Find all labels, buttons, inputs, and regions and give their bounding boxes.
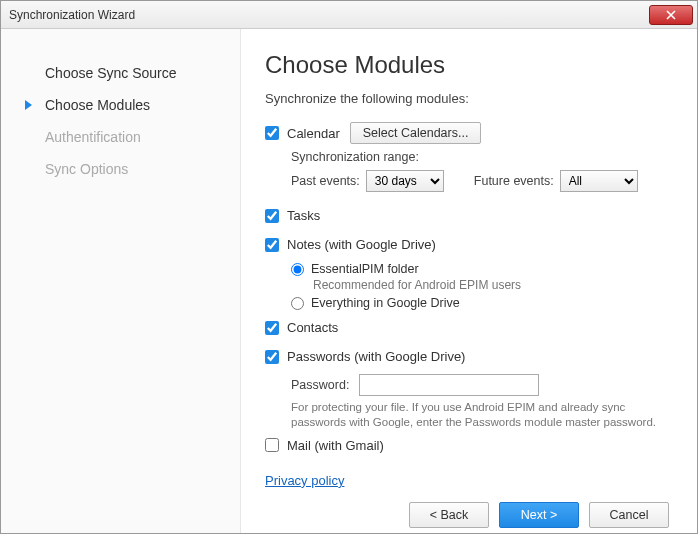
future-events-label: Future events:	[474, 174, 554, 188]
passwords-block: Password: For protecting your file. If y…	[291, 370, 669, 430]
module-calendar-row: Calendar Select Calendars...	[265, 122, 669, 144]
close-button[interactable]	[649, 5, 693, 25]
notes-radio-epim-folder[interactable]	[291, 263, 304, 276]
passwords-label: Passwords (with Google Drive)	[287, 349, 465, 364]
main-panel: Choose Modules Synchronize the following…	[241, 29, 697, 533]
window-title: Synchronization Wizard	[9, 8, 649, 22]
notes-option-epim-helper: Recommended for Android EPIM users	[313, 278, 669, 292]
notes-option-epim-label: EssentialPIM folder	[311, 262, 419, 276]
passwords-checkbox[interactable]	[265, 350, 279, 364]
sync-range-label: Synchronization range:	[291, 150, 669, 164]
page-heading: Choose Modules	[265, 51, 669, 79]
mail-label: Mail (with Gmail)	[287, 438, 384, 453]
next-button[interactable]: Next >	[499, 502, 579, 528]
past-events-label: Past events:	[291, 174, 360, 188]
step-choose-modules[interactable]: Choose Modules	[33, 89, 230, 121]
module-notes-row: Notes (with Google Drive)	[265, 237, 669, 252]
module-passwords-row: Passwords (with Google Drive)	[265, 349, 669, 364]
notes-radio-everything[interactable]	[291, 297, 304, 310]
tasks-checkbox[interactable]	[265, 209, 279, 223]
notes-label: Notes (with Google Drive)	[287, 237, 436, 252]
wizard-sidebar: Choose Sync Source Choose Modules Authen…	[1, 29, 241, 533]
title-bar: Synchronization Wizard	[1, 1, 697, 29]
module-mail-row: Mail (with Gmail)	[265, 438, 669, 453]
privacy-policy-link[interactable]: Privacy policy	[265, 459, 669, 488]
select-calendars-button[interactable]: Select Calendars...	[350, 122, 482, 144]
future-events-select[interactable]: All	[560, 170, 638, 192]
step-choose-sync-source[interactable]: Choose Sync Source	[33, 57, 230, 89]
wizard-footer: < Back Next > Cancel	[265, 488, 669, 528]
password-helper-text: For protecting your file. If you use And…	[291, 400, 669, 430]
cancel-button[interactable]: Cancel	[589, 502, 669, 528]
step-sync-options: Sync Options	[33, 153, 230, 185]
page-subtitle: Synchronize the following modules:	[265, 91, 669, 106]
notes-options: EssentialPIM folder Recommended for Andr…	[291, 258, 669, 312]
module-tasks-row: Tasks	[265, 208, 669, 223]
calendar-label: Calendar	[287, 126, 340, 141]
sync-range-block: Synchronization range: Past events: 30 d…	[291, 150, 669, 200]
contacts-checkbox[interactable]	[265, 321, 279, 335]
past-events-select[interactable]: 30 days	[366, 170, 444, 192]
calendar-checkbox[interactable]	[265, 126, 279, 140]
password-field-label: Password:	[291, 378, 349, 392]
module-contacts-row: Contacts	[265, 320, 669, 335]
notes-option-everything-label: Everything in Google Drive	[311, 296, 460, 310]
back-button[interactable]: < Back	[409, 502, 489, 528]
close-icon	[666, 10, 676, 20]
notes-checkbox[interactable]	[265, 238, 279, 252]
step-authentification: Authentification	[33, 121, 230, 153]
mail-checkbox[interactable]	[265, 438, 279, 452]
password-input[interactable]	[359, 374, 539, 396]
tasks-label: Tasks	[287, 208, 320, 223]
contacts-label: Contacts	[287, 320, 338, 335]
